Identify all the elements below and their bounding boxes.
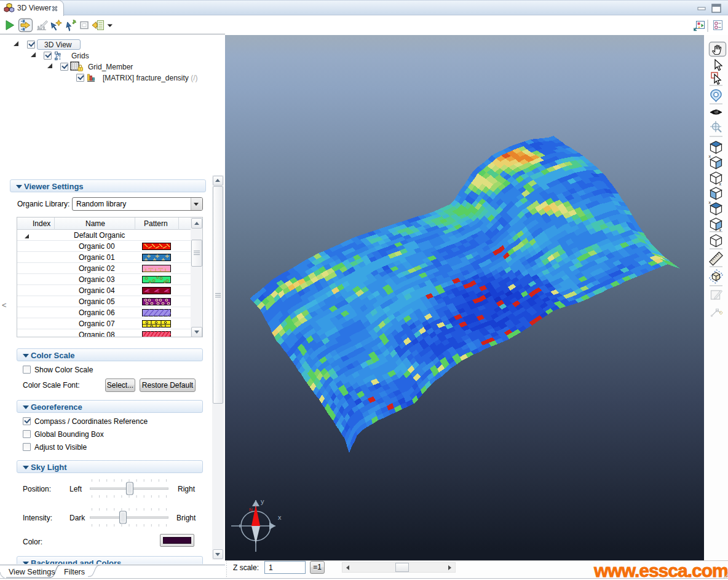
svg-text:Filters: Filters xyxy=(64,568,85,576)
svg-text:View Settings: View Settings xyxy=(9,568,55,576)
svg-text:x: x xyxy=(709,154,711,159)
svg-text:x: x xyxy=(278,514,282,521)
svg-text:N: N xyxy=(249,507,253,512)
svg-text:x: x xyxy=(709,200,711,205)
svg-text:y: y xyxy=(261,498,264,505)
svg-text:x: x xyxy=(719,182,722,186)
